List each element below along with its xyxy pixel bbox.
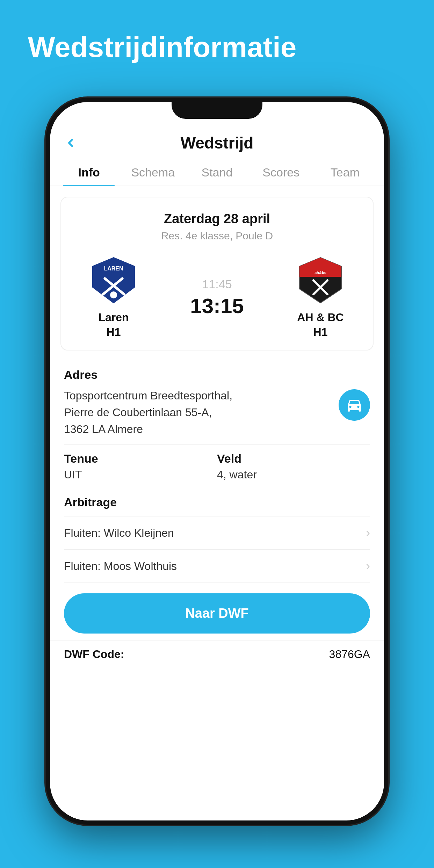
divider-1 — [64, 444, 370, 445]
arbitrage-item-1[interactable]: Fluiten: Wilco Kleijnen › — [64, 516, 370, 549]
dwf-btn-container: Naar DWF — [50, 583, 384, 641]
back-button[interactable] — [64, 136, 77, 150]
screen-content: Wedstrijd Info Schema Stand Scores Team — [50, 102, 384, 820]
dwf-button[interactable]: Naar DWF — [64, 593, 370, 634]
svg-text:ah&bc: ah&bc — [314, 270, 326, 275]
chevron-icon-1: › — [366, 526, 370, 540]
divider-2 — [64, 485, 370, 485]
match-league: Res. 4e klasse, Poule D — [72, 230, 362, 242]
home-team: LAREN Laren H1 — [75, 256, 152, 339]
tenue-veld-row: Tenue UIT Veld 4, water — [64, 452, 370, 481]
notch — [172, 98, 262, 119]
arbitrage-item-2[interactable]: Fluiten: Moos Wolthuis › — [64, 549, 370, 583]
home-team-name: Laren H1 — [98, 310, 129, 339]
address-label: Adres — [64, 368, 370, 382]
match-score: 13:15 — [190, 294, 244, 318]
dwf-code-label: DWF Code: — [64, 648, 124, 661]
arbitrage-name-1: Fluiten: Wilco Kleijnen — [64, 527, 174, 540]
arbitrage-title: Arbitrage — [64, 496, 370, 509]
tab-info[interactable]: Info — [57, 159, 121, 186]
tab-stand[interactable]: Stand — [185, 159, 249, 186]
veld-label: Veld — [217, 452, 370, 465]
away-team-logo: ah&bc — [296, 256, 345, 305]
address-text: Topsportcentrum Breedtesporthal,Pierre d… — [64, 387, 332, 437]
tabs-bar: Info Schema Stand Scores Team — [50, 159, 384, 186]
match-score-section: 11:45 13:15 — [152, 277, 282, 318]
tab-team[interactable]: Team — [313, 159, 377, 186]
page-background-title: Wedstrijdinformatie — [0, 0, 434, 84]
match-time: 11:45 — [202, 277, 232, 291]
dwf-code-value: 3876GA — [329, 648, 370, 661]
tab-scores[interactable]: Scores — [249, 159, 313, 186]
away-team: ah&bc AH & BC H1 — [282, 256, 359, 339]
veld-value: 4, water — [217, 468, 370, 481]
tenue-label: Tenue — [64, 452, 217, 465]
svg-text:LAREN: LAREN — [104, 266, 123, 272]
navigate-button[interactable] — [339, 389, 370, 421]
address-row: Topsportcentrum Breedtesporthal,Pierre d… — [64, 387, 370, 437]
header: Wedstrijd — [50, 123, 384, 159]
header-title: Wedstrijd — [181, 133, 254, 152]
chevron-icon-2: › — [366, 559, 370, 573]
match-date: Zaterdag 28 april — [72, 211, 362, 226]
arbitrage-section: Arbitrage Fluiten: Wilco Kleijnen › Flui… — [50, 492, 384, 583]
dwf-code-row: DWF Code: 3876GA — [50, 641, 384, 668]
veld-section: Veld 4, water — [217, 452, 370, 481]
screen: Wedstrijd Info Schema Stand Scores Team — [50, 102, 384, 820]
tenue-section: Tenue UIT — [64, 452, 217, 481]
tenue-value: UIT — [64, 468, 217, 481]
tab-schema[interactable]: Schema — [121, 159, 185, 186]
home-team-logo: LAREN — [89, 256, 138, 305]
svg-point-4 — [110, 291, 117, 298]
arbitrage-name-2: Fluiten: Moos Wolthuis — [64, 560, 177, 573]
address-section: Adres Topsportcentrum Breedtesporthal,Pi… — [50, 357, 384, 492]
away-team-name: AH & BC H1 — [297, 310, 343, 339]
match-teams: LAREN Laren H1 — [72, 256, 362, 339]
match-card: Zaterdag 28 april Res. 4e klasse, Poule … — [60, 197, 374, 350]
phone-frame: Wedstrijd Info Schema Stand Scores Team — [46, 98, 388, 825]
